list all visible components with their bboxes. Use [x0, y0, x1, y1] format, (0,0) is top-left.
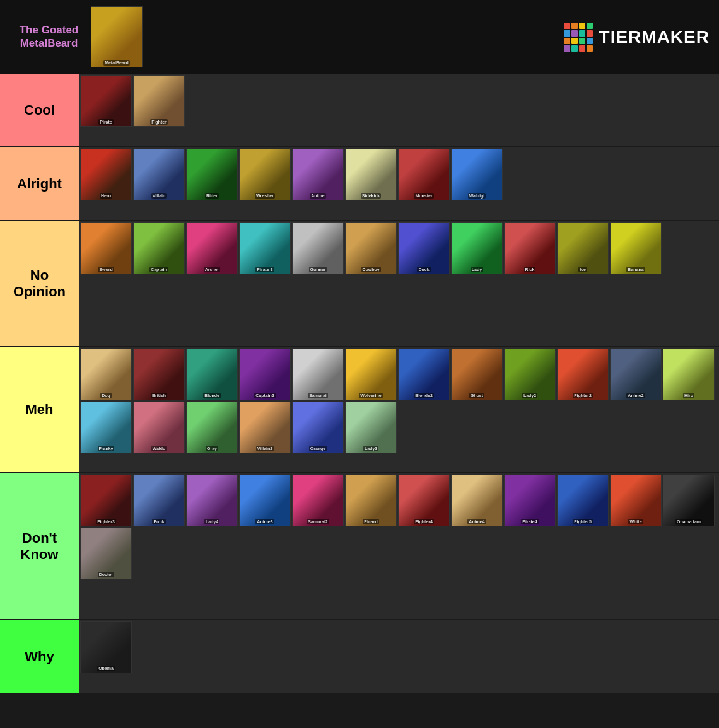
list-item[interactable]: Rick — [504, 222, 556, 274]
list-item[interactable]: Fighter — [133, 75, 185, 127]
list-item[interactable]: Cowboy — [345, 222, 397, 274]
tier-label-why: Why — [0, 620, 79, 693]
list-item[interactable]: Villain2 — [239, 402, 291, 453]
logo-cell — [579, 30, 585, 37]
list-item[interactable]: Pirate4 — [504, 475, 556, 526]
tier-content-why: Obama — [79, 620, 719, 693]
list-item[interactable]: Waluigi — [451, 149, 503, 200]
logo-cell — [587, 38, 593, 44]
list-item[interactable]: Fighter4 — [398, 475, 450, 526]
logo-cell — [564, 38, 570, 44]
logo-cell — [564, 23, 570, 29]
list-item[interactable]: Samurai — [292, 349, 344, 400]
page-title: The Goated MetalBeard — [9, 24, 88, 50]
list-item[interactable]: Hiro — [663, 349, 715, 400]
list-item[interactable]: Pirate 3 — [239, 222, 291, 274]
list-item[interactable]: Picard — [345, 475, 397, 526]
logo-cell — [564, 30, 570, 37]
list-item[interactable]: Sidekick — [345, 149, 397, 200]
list-item[interactable]: Ghost — [451, 349, 503, 400]
list-item[interactable]: Samurai2 — [292, 475, 344, 526]
logo-cell — [587, 30, 593, 37]
list-item[interactable]: Anime — [292, 149, 344, 200]
tier-content-no-opinion: Sword Captain Archer Pirate 3 Gunner Cow… — [79, 221, 719, 346]
list-item[interactable]: Gunner — [292, 222, 344, 274]
goated-avatar: MetalBeard — [91, 6, 143, 67]
tier-table: The Goated MetalBeard MetalBeard — [0, 0, 719, 694]
list-item[interactable]: Hero — [80, 149, 132, 200]
list-item[interactable]: Wrestler — [239, 149, 291, 200]
tier-content-cool: Pirate Fighter — [79, 74, 719, 146]
list-item[interactable]: Obama — [80, 621, 132, 673]
tier-row-no-opinion: No Opinion Sword Captain Archer Pirate 3… — [0, 221, 719, 347]
list-item[interactable]: Rider — [186, 149, 238, 200]
list-item[interactable]: Obama fam — [663, 475, 715, 526]
list-item[interactable]: Franky — [80, 402, 132, 453]
list-item[interactable]: White — [610, 475, 662, 526]
tier-content-meh: Dog British Blonde Captain2 Samurai Wolv… — [79, 347, 719, 472]
list-item[interactable]: Orange — [292, 402, 344, 453]
tier-label-no-opinion: No Opinion — [0, 221, 79, 346]
list-item[interactable]: Blonde — [186, 349, 238, 400]
list-item[interactable]: Lady4 — [186, 475, 238, 526]
logo-grid — [564, 23, 593, 52]
list-item[interactable]: Doctor — [80, 528, 132, 579]
list-item[interactable]: Fighter3 — [80, 475, 132, 526]
logo-cell — [571, 38, 578, 44]
list-item[interactable]: Blonde2 — [398, 349, 450, 400]
list-item[interactable]: Banana — [610, 222, 662, 274]
list-item[interactable]: Gray — [186, 402, 238, 453]
list-item[interactable]: Fighter2 — [557, 349, 609, 400]
list-item[interactable]: Duck — [398, 222, 450, 274]
logo-cell — [571, 23, 578, 29]
list-item[interactable]: Pirate — [80, 75, 132, 127]
list-item[interactable]: Lady2 — [504, 349, 556, 400]
tier-row-meh: Meh Dog British Blonde Captain2 Samurai … — [0, 347, 719, 473]
tier-row-cool: Cool Pirate Fighter — [0, 74, 719, 147]
list-item[interactable]: British — [133, 349, 185, 400]
header: The Goated MetalBeard MetalBeard — [0, 0, 719, 74]
logo-text: TiERMaKeR — [599, 27, 710, 47]
list-item[interactable]: Wolverine — [345, 349, 397, 400]
list-item[interactable]: Archer — [186, 222, 238, 274]
logo-cell — [579, 38, 585, 44]
logo-cell — [579, 23, 585, 29]
tier-content-alright: Hero Villain Rider Wrestler Anime Sideki… — [79, 147, 719, 220]
logo-cell — [564, 45, 570, 52]
list-item[interactable]: Anime4 — [451, 475, 503, 526]
list-item[interactable]: Ice — [557, 222, 609, 274]
logo-cell — [587, 45, 593, 52]
list-item[interactable]: Fighter5 — [557, 475, 609, 526]
list-item[interactable]: Villain — [133, 149, 185, 200]
list-item[interactable]: Anime3 — [239, 475, 291, 526]
logo-cell — [587, 23, 593, 29]
tier-row-why: Why Obama — [0, 620, 719, 694]
tiermaker-logo: TiERMaKeR — [564, 23, 710, 52]
list-item[interactable]: Anime2 — [610, 349, 662, 400]
logo-cell — [571, 30, 578, 37]
list-item[interactable]: Captain — [133, 222, 185, 274]
list-item[interactable]: Sword — [80, 222, 132, 274]
list-item[interactable]: Monster — [398, 149, 450, 200]
list-item[interactable]: Captain2 — [239, 349, 291, 400]
tier-content-dont-know: Fighter3 Punk Lady4 Anime3 Samurai2 Pica… — [79, 473, 719, 619]
tier-label-alright: Alright — [0, 147, 79, 220]
list-item[interactable]: Lady — [451, 222, 503, 274]
tier-label-meh: Meh — [0, 347, 79, 472]
list-item[interactable]: Waldo — [133, 402, 185, 453]
list-item[interactable]: Punk — [133, 475, 185, 526]
logo-cell — [579, 45, 585, 52]
list-item[interactable]: Lady3 — [345, 402, 397, 453]
tier-row-alright: Alright Hero Villain Rider Wrestler Anim… — [0, 147, 719, 221]
tier-label-cool: Cool — [0, 74, 79, 146]
tier-label-dont-know: Don't Know — [0, 473, 79, 619]
tier-row-dont-know: Don't Know Fighter3 Punk Lady4 Anime3 Sa… — [0, 473, 719, 620]
list-item[interactable]: Dog — [80, 349, 132, 400]
header-left: The Goated MetalBeard MetalBeard — [9, 6, 143, 67]
logo-cell — [571, 45, 578, 52]
